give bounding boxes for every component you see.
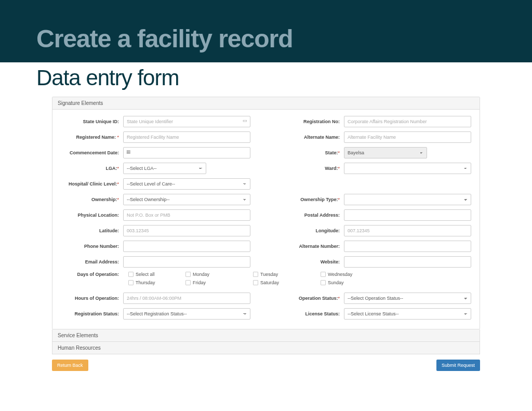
signature-elements-panel: Signature Elements State Unique ID: ▭ Re…	[52, 97, 480, 329]
checkbox-sunday[interactable]: Sunday	[321, 280, 388, 285]
checkbox-tuesday[interactable]: Tuesday	[253, 272, 321, 277]
latitude-input[interactable]	[123, 225, 250, 236]
label-registered-name: Registered Name: *	[61, 135, 123, 140]
label-commencement-date: Commencement Date:	[61, 150, 123, 156]
label-website: Website:	[282, 259, 344, 265]
label-days-of-operation: Days of Operation:	[61, 272, 123, 288]
label-ward: Ward:*	[282, 166, 344, 171]
label-email-address: Email Address:	[61, 259, 123, 265]
label-registration-no: Registration No:	[282, 119, 344, 125]
commencement-date-input[interactable]	[123, 147, 250, 158]
ownership-type-select[interactable]	[344, 194, 471, 205]
alternate-number-input[interactable]	[344, 241, 471, 252]
label-hospital-level: Hospital/ Clinic Level:*	[61, 181, 123, 187]
label-operation-status: Operation Status:*	[282, 296, 344, 301]
label-state: State:*	[282, 150, 344, 156]
signature-elements-header[interactable]: Signature Elements	[52, 97, 480, 110]
email-address-input[interactable]	[123, 256, 250, 268]
label-physical-location: Physical Location:	[61, 213, 123, 218]
checkbox-wednesday[interactable]: Wednesday	[321, 272, 388, 277]
checkbox-saturday[interactable]: Saturday	[253, 280, 321, 285]
label-lga: LGA:*	[61, 166, 123, 171]
service-elements-header[interactable]: Service Elements	[52, 329, 480, 342]
ward-select[interactable]	[344, 163, 471, 174]
label-ownership: Ownership:*	[61, 197, 123, 203]
operation-status-select[interactable]: --Select Operation Status--	[344, 293, 471, 304]
label-alternate-number: Alternate Number:	[282, 244, 344, 249]
physical-location-input[interactable]	[123, 209, 250, 221]
postal-address-input[interactable]	[344, 209, 471, 221]
label-hours-of-operation: Hours of Operation:	[61, 296, 123, 301]
website-input[interactable]	[344, 256, 471, 268]
registered-name-input[interactable]	[123, 131, 250, 143]
state-unique-id-input[interactable]	[123, 116, 250, 127]
calendar-icon[interactable]: ▦	[126, 149, 131, 154]
phone-number-input[interactable]	[123, 241, 250, 252]
id-icon: ▭	[243, 118, 247, 123]
state-select[interactable]: Bayelsa	[344, 147, 427, 158]
ownership-select[interactable]: --Select Ownership--	[123, 194, 250, 205]
page-title: Create a facility record	[36, 24, 293, 62]
label-ownership-type: Ownership Type:*	[282, 197, 344, 203]
label-license-status: License Status:	[282, 311, 344, 317]
label-latitude: Latitude:	[61, 228, 123, 234]
return-back-button[interactable]: Return Back	[52, 360, 88, 371]
longitude-input[interactable]	[344, 225, 471, 236]
lga-select[interactable]: --Select LGA--	[123, 163, 206, 174]
checkbox-monday[interactable]: Monday	[185, 272, 253, 277]
checkbox-friday[interactable]: Friday	[185, 280, 253, 285]
hospital-level-select[interactable]: --Select Level of Care--	[123, 178, 250, 190]
page-subtitle: Data entry form	[0, 65, 532, 90]
submit-request-button[interactable]: Submit Request	[436, 360, 480, 371]
page-header: Create a facility record	[0, 0, 532, 62]
label-registration-status: Registration Status:	[61, 311, 123, 317]
label-postal-address: Postal Address:	[282, 213, 344, 218]
registration-no-input[interactable]	[344, 116, 471, 127]
alternate-name-input[interactable]	[344, 131, 471, 143]
human-resources-header[interactable]: Human Resources	[52, 342, 480, 354]
checkbox-thursday[interactable]: Thursday	[123, 280, 185, 285]
label-phone-number: Phone Number:	[61, 244, 123, 249]
label-alternate-name: Alternate Name:	[282, 135, 344, 140]
label-longitude: Longitude:	[282, 228, 344, 234]
hours-of-operation-input[interactable]	[123, 293, 250, 304]
label-state-unique-id: State Unique ID:	[61, 119, 123, 125]
registration-status-select[interactable]: --Select Registration Status--	[123, 308, 250, 320]
license-status-select[interactable]: --Select License Status--	[344, 308, 471, 320]
checkbox-select-all[interactable]: Select all	[123, 272, 185, 277]
